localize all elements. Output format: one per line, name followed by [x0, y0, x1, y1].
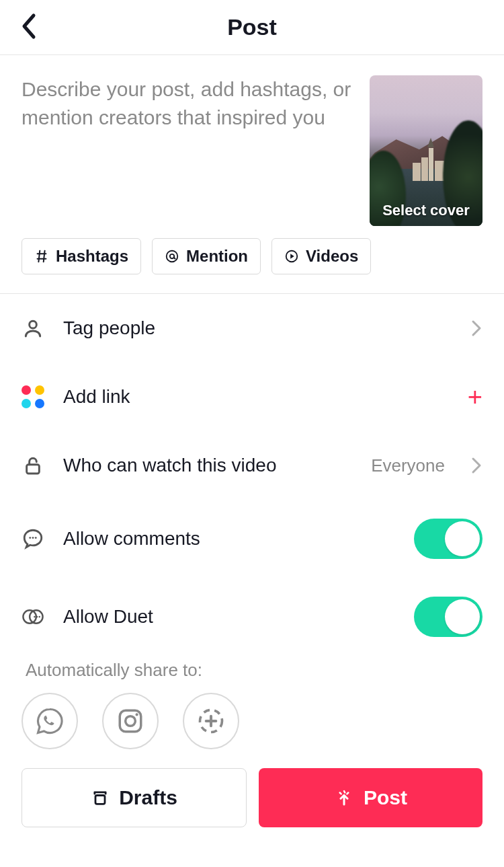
- share-more-button[interactable]: [183, 693, 239, 749]
- caption-area: [22, 75, 358, 226]
- drafts-icon: [91, 788, 110, 807]
- svg-point-7: [35, 537, 37, 539]
- drafts-button[interactable]: Drafts: [22, 768, 247, 827]
- plus-icon: +: [468, 383, 482, 412]
- post-button[interactable]: Post: [259, 768, 482, 827]
- add-link-row[interactable]: Add link +: [22, 363, 482, 431]
- svg-point-10: [34, 616, 35, 617]
- caption-input[interactable]: [22, 75, 358, 210]
- allow-comments-toggle[interactable]: [414, 519, 482, 559]
- whatsapp-icon: [36, 707, 64, 735]
- comment-icon: [22, 527, 44, 550]
- duet-icon: [22, 605, 44, 628]
- svg-point-14: [126, 716, 136, 726]
- svg-point-1: [170, 254, 174, 258]
- grid-dots-icon: [22, 385, 44, 408]
- mention-chip-label: Mention: [186, 247, 248, 266]
- bottom-bar: Drafts Post: [0, 768, 504, 827]
- chevron-left-icon: [20, 13, 38, 40]
- videos-chip[interactable]: Videos: [271, 238, 371, 274]
- lock-open-icon: [22, 455, 44, 476]
- hashtags-chip[interactable]: Hashtags: [22, 238, 141, 274]
- add-dashed-icon: [196, 706, 226, 736]
- allow-duet-row: Allow Duet: [22, 578, 482, 656]
- chip-row: Hashtags Mention Videos: [0, 226, 504, 294]
- privacy-value: Everyone: [371, 455, 445, 476]
- header: Post: [0, 0, 504, 55]
- back-button[interactable]: [20, 13, 38, 42]
- hash-icon: [34, 249, 49, 264]
- share-instagram-button[interactable]: [102, 693, 159, 749]
- videos-chip-label: Videos: [306, 247, 358, 266]
- svg-point-15: [136, 713, 138, 716]
- allow-comments-label: Allow comments: [63, 528, 395, 550]
- share-icons-row: [0, 693, 504, 768]
- svg-point-12: [39, 616, 40, 617]
- compose-area: Select cover: [0, 55, 504, 226]
- instagram-icon: [116, 707, 144, 735]
- svg-rect-4: [27, 465, 40, 474]
- person-icon: [22, 317, 44, 339]
- svg-rect-17: [95, 796, 105, 804]
- mention-chip[interactable]: Mention: [152, 238, 261, 274]
- tag-people-row[interactable]: Tag people: [22, 294, 482, 363]
- page-title: Post: [227, 14, 277, 40]
- add-link-label: Add link: [63, 386, 449, 408]
- privacy-row[interactable]: Who can watch this video Everyone: [22, 431, 482, 500]
- post-button-label: Post: [364, 786, 407, 809]
- at-icon: [165, 249, 179, 264]
- auto-share-label: Automatically share to:: [0, 656, 504, 693]
- svg-point-3: [30, 321, 37, 328]
- chevron-right-icon: [470, 319, 482, 338]
- drafts-button-label: Drafts: [119, 786, 177, 809]
- allow-duet-toggle[interactable]: [414, 597, 482, 637]
- svg-point-0: [167, 251, 178, 262]
- share-whatsapp-button[interactable]: [22, 693, 78, 749]
- svg-point-5: [29, 537, 31, 539]
- svg-point-6: [32, 537, 34, 539]
- svg-point-11: [36, 616, 38, 617]
- allow-duet-label: Allow Duet: [63, 606, 395, 628]
- hashtags-chip-label: Hashtags: [56, 247, 128, 266]
- select-cover-button[interactable]: Select cover: [370, 75, 482, 226]
- post-spark-icon: [334, 788, 354, 808]
- play-circle-icon: [284, 249, 299, 264]
- allow-comments-row: Allow comments: [22, 500, 482, 578]
- settings-rows: Tag people Add link + Who can watch this…: [0, 294, 504, 656]
- tag-people-label: Tag people: [63, 317, 452, 339]
- privacy-label: Who can watch this video: [63, 455, 352, 476]
- chevron-right-icon: [470, 456, 482, 475]
- select-cover-label: Select cover: [370, 202, 482, 219]
